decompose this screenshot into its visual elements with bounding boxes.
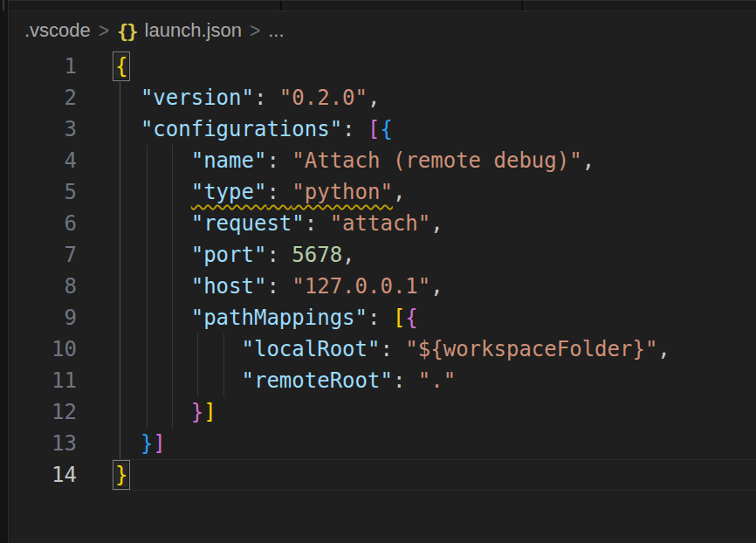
code-token: } bbox=[191, 400, 203, 424]
code-text: "pathMappings": [{ bbox=[77, 302, 756, 333]
line-number[interactable]: 7 bbox=[9, 239, 77, 271]
code-line[interactable]: 3 "configurations": [{ bbox=[9, 113, 756, 145]
code-text: "remoteRoot": "." bbox=[77, 365, 756, 396]
code-text: { bbox=[77, 51, 756, 82]
breadcrumb-symbol-more[interactable]: ... bbox=[268, 19, 284, 42]
vscode-editor-window: .vscode > {} launch.json > ... 1{2 "vers… bbox=[0, 0, 756, 543]
tab-strip bbox=[9, 0, 756, 11]
code-token: "attach" bbox=[330, 211, 431, 236]
tab-segment[interactable] bbox=[523, 1, 756, 10]
code-token: "name" bbox=[191, 148, 267, 173]
line-number[interactable]: 2 bbox=[9, 82, 77, 113]
code-token: "request" bbox=[191, 211, 305, 236]
code-token bbox=[115, 86, 141, 110]
code-token: , bbox=[342, 243, 354, 267]
code-text: }] bbox=[77, 396, 756, 428]
code-text: "request": "attach", bbox=[77, 208, 756, 239]
code-token: "host" bbox=[191, 274, 267, 299]
code-line[interactable]: 5 "type": "python", bbox=[9, 176, 756, 208]
code-token: 5678 bbox=[292, 243, 342, 267]
code-token: { bbox=[380, 117, 392, 141]
code-line[interactable]: 8 "host": "127.0.0.1", bbox=[9, 271, 756, 302]
code-token: : bbox=[266, 243, 292, 267]
code-token: "localRoot" bbox=[242, 337, 381, 361]
breadcrumb-file[interactable]: launch.json bbox=[145, 19, 242, 42]
code-token: [ bbox=[393, 306, 405, 330]
code-line[interactable]: 9 "pathMappings": [{ bbox=[9, 302, 756, 333]
code-token: "version" bbox=[141, 86, 254, 110]
matched-bracket: { bbox=[115, 54, 127, 79]
line-number[interactable]: 9 bbox=[9, 302, 77, 333]
code-token: : bbox=[393, 368, 418, 393]
code-token bbox=[115, 400, 191, 424]
breadcrumb-folder[interactable]: .vscode bbox=[24, 19, 91, 42]
code-token bbox=[115, 337, 242, 361]
code-text: "configurations": [{ bbox=[77, 113, 756, 145]
tab-segment[interactable] bbox=[9, 1, 280, 10]
code-token: "type" bbox=[191, 180, 267, 204]
line-number[interactable]: 4 bbox=[9, 145, 77, 176]
line-number[interactable]: 8 bbox=[9, 271, 77, 302]
code-line[interactable]: 4 "name": "Attach (remote debug)", bbox=[9, 145, 756, 176]
code-text: "host": "127.0.0.1", bbox=[77, 271, 756, 302]
code-token: "." bbox=[418, 368, 456, 393]
code-token bbox=[115, 431, 141, 456]
code-token: : bbox=[368, 306, 393, 330]
code-token: "python" bbox=[292, 180, 393, 204]
code-token: [ bbox=[368, 117, 380, 141]
code-text: "type": "python", bbox=[77, 176, 756, 208]
code-token: "configurations" bbox=[141, 117, 342, 141]
sidebar-edge bbox=[0, 0, 9, 543]
line-number[interactable]: 14 bbox=[9, 459, 77, 491]
chevron-right-icon: > bbox=[250, 18, 260, 43]
code-token bbox=[115, 368, 242, 393]
line-number[interactable]: 1 bbox=[9, 51, 77, 82]
json-file-icon: {} bbox=[117, 20, 137, 42]
code-line[interactable]: 10 "localRoot": "${workspaceFolder}", bbox=[9, 333, 756, 365]
tab-segment[interactable] bbox=[282, 1, 521, 10]
code-line[interactable]: 12 }] bbox=[9, 396, 756, 428]
code-token: "Attach (remote debug)" bbox=[292, 148, 581, 173]
code-token: : bbox=[305, 211, 330, 236]
line-number[interactable]: 3 bbox=[9, 113, 77, 145]
matched-bracket: } bbox=[115, 463, 127, 487]
code-line[interactable]: 7 "port": 5678, bbox=[9, 239, 756, 271]
code-token: : bbox=[266, 148, 292, 173]
code-token: , bbox=[657, 337, 670, 361]
code-text: }] bbox=[77, 428, 756, 459]
code-lines: 1{2 "version": "0.2.0",3 "configurations… bbox=[9, 51, 756, 491]
line-number[interactable]: 12 bbox=[9, 396, 77, 428]
line-number[interactable]: 6 bbox=[9, 208, 77, 239]
line-number[interactable]: 10 bbox=[9, 333, 77, 365]
code-line[interactable]: 13 }] bbox=[9, 428, 756, 459]
code-line[interactable]: 1{ bbox=[9, 51, 756, 82]
code-token: "127.0.0.1" bbox=[292, 274, 430, 299]
line-number[interactable]: 13 bbox=[9, 428, 77, 459]
code-line[interactable]: 6 "request": "attach", bbox=[9, 208, 756, 239]
code-line[interactable]: 11 "remoteRoot": "." bbox=[9, 365, 756, 396]
line-number[interactable]: 11 bbox=[9, 365, 77, 396]
code-token bbox=[115, 180, 191, 204]
window-edge-notch bbox=[3, 0, 4, 10]
code-token bbox=[115, 243, 191, 267]
code-token: : bbox=[254, 86, 279, 110]
code-text: } bbox=[77, 459, 756, 491]
code-token: "0.2.0" bbox=[279, 86, 368, 110]
code-token: { bbox=[405, 306, 417, 330]
code-token: "remoteRoot" bbox=[242, 368, 393, 393]
code-token: : bbox=[380, 337, 405, 361]
code-token bbox=[115, 211, 191, 236]
code-line[interactable]: 2 "version": "0.2.0", bbox=[9, 82, 756, 113]
code-token: "pathMappings" bbox=[191, 306, 368, 330]
code-token bbox=[115, 306, 191, 330]
code-token: ] bbox=[153, 431, 165, 456]
code-token: "${workspaceFolder}" bbox=[405, 337, 657, 361]
breadcrumb: .vscode > {} launch.json > ... bbox=[9, 11, 756, 50]
code-token: : bbox=[266, 180, 292, 204]
code-text: "version": "0.2.0", bbox=[77, 82, 756, 113]
code-line[interactable]: 14} bbox=[9, 459, 756, 491]
code-token bbox=[115, 274, 191, 299]
code-token: , bbox=[393, 180, 405, 204]
chevron-right-icon: > bbox=[99, 18, 109, 43]
line-number[interactable]: 5 bbox=[9, 176, 77, 208]
